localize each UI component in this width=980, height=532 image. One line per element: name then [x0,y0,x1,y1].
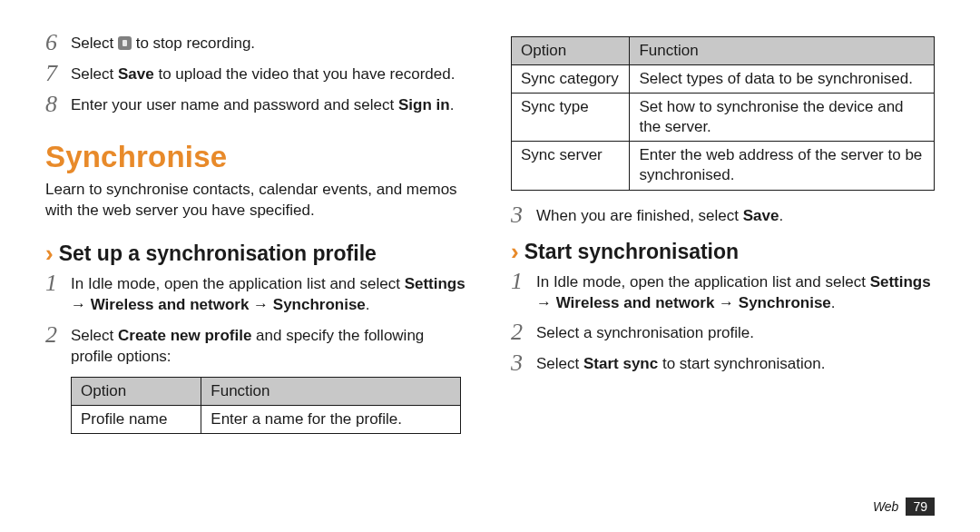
bold-text: Save [743,207,779,224]
text: to stop recording. [132,34,255,52]
section-heading-synchronise: Synchronise [45,140,469,174]
cell-function: Enter the web address of the server to b… [630,142,935,190]
bold-text: Start sync [583,355,658,372]
step-number: 2 [45,323,71,347]
step-number: 3 [511,351,536,375]
subheading-text: Set up a synchronisation profile [59,241,377,266]
step-number: 8 [45,93,71,116]
step-text: Select a synchronisation profile. [536,320,754,344]
setup-step-2: 2 Select Create new profile and specify … [45,323,469,368]
text: . [831,294,836,311]
subheading-start-sync: › Start synchronisation [511,240,935,264]
page-footer: Web 79 [873,498,935,516]
subheading-text: Start synchronisation [524,240,739,264]
manual-page: 6 Select to stop recording. 7 Select Sav… [0,0,980,532]
text: Select [71,327,118,344]
step-text: Enter your user name and password and se… [71,93,454,116]
bold-text: Create new profile [118,327,251,344]
page-number: 79 [906,498,935,516]
text: . [366,296,370,313]
chevron-right-icon: › [45,241,54,265]
text: Select [536,355,583,372]
section-intro: Learn to synchronise contacts, calendar … [45,180,469,222]
footer-section-label: Web [873,499,899,514]
bold-text: Save [118,65,154,83]
step-text: Select Create new profile and specify th… [71,323,469,368]
start-step-2: 2 Select a synchronisation profile. [511,320,935,344]
table-row: Sync server Enter the web address of the… [512,142,935,190]
cell-option: Sync type [512,94,630,142]
step-text: When you are finished, select Save. [536,203,783,227]
cell-option: Sync category [512,65,630,94]
table-row: Sync category Select types of data to be… [512,65,935,94]
step-text: In Idle mode, open the application list … [536,270,935,314]
table-header-option: Option [72,377,201,405]
text: to upload the video that you have record… [154,65,456,83]
right-column: Option Function Sync category Select typ… [511,27,935,514]
step-number: 7 [45,62,71,85]
text: In Idle mode, open the application list … [71,275,405,292]
table-row: Profile name Enter a name for the profil… [72,405,461,433]
text: In Idle mode, open the application list … [536,273,870,291]
start-step-3: 3 Select Start sync to start synchronisa… [511,351,935,375]
step-number: 2 [511,320,536,344]
step-text: Select Save to upload the video that you… [71,62,455,85]
table-row: Sync type Set how to synchronise the dev… [512,94,935,142]
step-number: 3 [511,203,536,227]
step-7: 7 Select Save to upload the video that y… [45,62,469,85]
subheading-setup-profile: › Set up a synchronisation profile [45,241,469,266]
text: . [779,207,783,224]
cell-function: Select types of data to be synchronised. [630,65,935,94]
stop-recording-icon [118,36,132,50]
bold-text: Sign in [398,96,450,113]
chevron-right-icon: › [511,240,519,263]
start-step-1: 1 In Idle mode, open the application lis… [511,270,935,314]
step-text: Select to stop recording. [71,31,255,54]
table-header-function: Function [201,377,460,405]
text: Enter your user name and password and se… [71,96,398,113]
table-header-function: Function [630,37,935,65]
cell-option: Sync server [512,142,630,190]
cell-function: Enter a name for the profile. [201,405,460,433]
step-number: 6 [45,31,71,54]
table-header-option: Option [512,37,630,65]
step-number: 1 [45,271,71,295]
profile-options-table-part1: Option Function Profile name Enter a nam… [71,377,461,434]
text: . [450,96,455,113]
setup-step-1: 1 In Idle mode, open the application lis… [45,271,469,316]
step-text: Select Start sync to start synchronisati… [536,351,825,375]
profile-options-table-part2: Option Function Sync category Select typ… [511,36,935,191]
text: Select [71,65,118,83]
setup-step-3: 3 When you are finished, select Save. [511,203,935,227]
cell-function: Set how to synchronise the device and th… [630,94,935,142]
cell-option: Profile name [72,405,201,433]
left-column: 6 Select to stop recording. 7 Select Sav… [45,27,469,514]
step-number: 1 [511,270,536,293]
step-6: 6 Select to stop recording. [45,31,469,54]
text: When you are finished, select [536,207,743,224]
text: to start synchronisation. [658,355,825,372]
step-text: In Idle mode, open the application list … [71,271,469,316]
text: Select [71,34,118,52]
step-8: 8 Enter your user name and password and … [45,93,469,116]
